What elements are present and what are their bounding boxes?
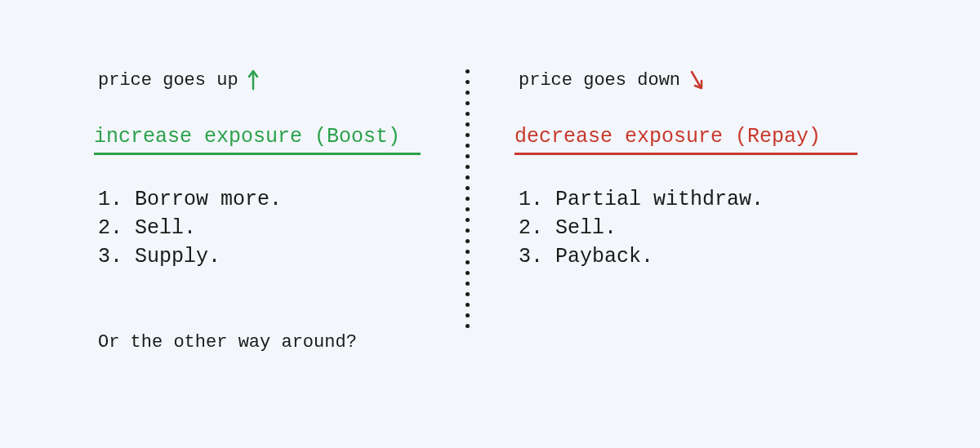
list-item: Payback. [519, 242, 858, 271]
increase-headline-wrap: increase exposure (Boost) [94, 125, 421, 161]
increase-headline: increase exposure (Boost) [94, 125, 421, 155]
price-down-text: price goes down [519, 70, 680, 91]
right-column: price goes down decrease exposure (Repay… [514, 69, 858, 271]
price-down-label: price goes down [514, 69, 858, 91]
decrease-headline: decrease exposure (Repay) [514, 125, 858, 155]
decrease-steps: Partial withdraw. Sell. Payback. [514, 185, 858, 271]
list-item: Sell. [98, 214, 421, 242]
left-column: price goes up increase exposure (Boost) … [94, 69, 421, 353]
footnote: Or the other way around? [94, 332, 421, 353]
increase-steps: Borrow more. Sell. Supply. [94, 185, 421, 271]
price-up-text: price goes up [98, 70, 238, 91]
decrease-headline-wrap: decrease exposure (Repay) [514, 125, 858, 161]
list-item: Partial withdraw. [519, 185, 858, 214]
diagram-columns: price goes up increase exposure (Boost) … [94, 69, 886, 353]
list-item: Borrow more. [98, 185, 421, 214]
list-item: Sell. [519, 214, 858, 242]
price-up-label: price goes up [94, 69, 421, 91]
arrow-up-icon [247, 69, 260, 91]
list-item: Supply. [98, 242, 421, 271]
divider-dots [466, 69, 470, 328]
arrow-down-icon [688, 69, 705, 91]
